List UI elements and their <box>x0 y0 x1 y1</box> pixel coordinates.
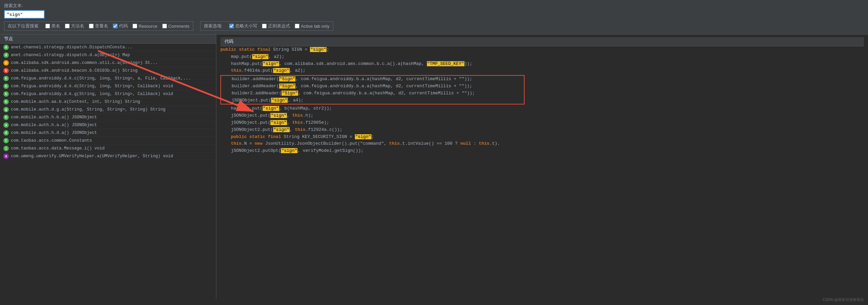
code-line: builder2.addHeader("Sign", com.feigua.an… <box>221 90 524 97</box>
opt-regex-label: 正则表达式 <box>268 23 290 29</box>
filter-row: 在以下位置搜索 类名 方法名 变量名 代码 <box>4 21 864 31</box>
node-item[interactable]: a com.mobile.auth.h.a.a() JSONObject <box>0 121 216 129</box>
code-line: jSONObject.put("sign", a4); <box>221 97 524 104</box>
code-line: jSONObject2.put("sign", this.f12924a.c()… <box>220 126 864 134</box>
node-text: com.feigua.androiddy.d.k.c(String, long,… <box>11 76 191 81</box>
node-item[interactable]: c com.alibaba.sdk.android.ams.common.uti… <box>0 59 216 67</box>
node-icon: d <box>3 130 9 136</box>
node-item[interactable]: C com.taobao.accs.common.Constants <box>0 137 216 145</box>
search-input[interactable] <box>4 10 45 19</box>
main-content: 节点 G anet.channel.strategy.dispatch.Disp… <box>0 34 868 299</box>
opt-regex-checkbox[interactable] <box>262 24 267 28</box>
code-line: this.f4614a.put("sign", a2); <box>220 67 864 74</box>
node-icon: G <box>3 45 9 50</box>
node-text: com.taobao.accs.common.Constants <box>11 138 92 143</box>
node-item[interactable]: b com.mobile.auth.aa.b.a(Context, int, S… <box>0 98 216 106</box>
node-text: com.mobile.auth.aa.b.a(Context, int, Str… <box>11 99 140 104</box>
code-line: public static final String SIGN = "sign"… <box>220 46 864 53</box>
node-text: com.alibaba.sdk.android.beacon.b.C0103b.… <box>11 68 138 73</box>
filter-class-label: 类名 <box>51 23 60 29</box>
filter-code[interactable]: 代码 <box>113 23 128 29</box>
node-item[interactable]: d anet.channel.strategy.dispatch.d.a(Obj… <box>0 51 216 59</box>
node-icon: b <box>3 115 9 120</box>
node-text: com.feigua.androiddy.d.k.d(String, long,… <box>11 84 173 89</box>
node-item[interactable]: k com.feigua.androiddy.d.k.d(String, lon… <box>0 83 216 90</box>
highlighted-code-block: builder.addHeader("Sign", com.feigua.and… <box>220 75 525 104</box>
node-text: com.mobile.auth.h.a.a() JSONObject <box>11 123 97 127</box>
filter-comments-label: Comments <box>168 24 190 29</box>
filter-code-label: 代码 <box>119 23 128 29</box>
node-text: com.feigua.androiddy.d.k.g(String, long,… <box>11 92 173 96</box>
filter-var[interactable]: 变量名 <box>89 23 108 29</box>
filter-comments-checkbox[interactable] <box>162 24 167 28</box>
opt-regex[interactable]: 正则表达式 <box>262 23 290 29</box>
filter-method[interactable]: 方法名 <box>65 23 84 29</box>
filter-var-checkbox[interactable] <box>89 24 94 28</box>
filter-section-label: 在以下位置搜索 <box>8 23 39 29</box>
node-text: com.mobile.auth.h.d.a() JSONObject <box>11 131 97 135</box>
node-icon: b <box>3 99 9 104</box>
node-text: com.mobile.auth.h.b.a() JSONObject <box>11 115 97 120</box>
node-icon: a <box>3 154 9 159</box>
nodes-panel-header: 节点 <box>0 34 216 44</box>
code-line: jSONObject.put("sign", this.f12905e); <box>220 119 864 126</box>
filter-method-label: 方法名 <box>71 23 84 29</box>
code-panel-header: 代码 <box>220 37 864 46</box>
node-item[interactable]: g com.mobile.auth.d.g.a(String, String, … <box>0 106 216 114</box>
nodes-panel: 节点 G anet.channel.strategy.dispatch.Disp… <box>0 34 216 299</box>
node-item[interactable]: k com.feigua.androiddy.d.k.g(String, lon… <box>0 90 216 98</box>
node-item[interactable]: a com.umeng.umverify.UMVerifyHelper.a(UM… <box>0 152 216 160</box>
node-item[interactable]: d com.mobile.auth.h.d.a() JSONObject <box>0 129 216 137</box>
search-panel: 搜索文本: 在以下位置搜索 类名 方法名 变量名 <box>0 0 868 34</box>
code-line: hashMap.put("sign", com.alibaba.sdk.andr… <box>220 61 864 68</box>
code-line: map.put("sign", a2); <box>220 53 864 61</box>
node-icon: g <box>3 107 9 112</box>
credit-text: CSDN @埃菲尔没有塔尖 <box>823 297 864 302</box>
opt-activetab[interactable]: Active tab only <box>295 24 330 29</box>
node-item[interactable]: i com.taobao.accs.data.Message.i() void <box>0 145 216 152</box>
filter-resource[interactable]: Resource <box>132 24 158 29</box>
node-text: anet.channel.strategy.dispatch.d.a(Objec… <box>11 53 130 57</box>
code-line: builder.addHeader("Sign", com.feigua.and… <box>221 83 524 90</box>
node-item[interactable]: b com.alibaba.sdk.android.beacon.b.C0103… <box>0 67 216 75</box>
filter-var-label: 变量名 <box>95 23 108 29</box>
search-label: 搜索文本: <box>4 3 864 9</box>
code-line: hashMap.put("sign", b(hashMap, str2)); <box>220 105 864 112</box>
node-text: com.taobao.accs.data.Message.i() void <box>11 146 105 151</box>
filter-resource-checkbox[interactable] <box>132 24 137 28</box>
code-line: public static final String KEY_SECURITY_… <box>220 134 864 141</box>
opt-ignorecase[interactable]: 忽略大小写 <box>229 23 257 29</box>
node-item[interactable]: b com.mobile.auth.h.b.a() JSONObject <box>0 114 216 121</box>
node-text: com.alibaba.sdk.android.ams.common.util.… <box>11 61 158 65</box>
node-item[interactable]: G anet.channel.strategy.dispatch.Dispatc… <box>0 44 216 51</box>
node-text: anet.channel.strategy.dispatch.DispatchC… <box>11 45 132 50</box>
node-icon: i <box>3 146 9 151</box>
options-section: 搜索选项: 忽略大小写 正则表达式 Active tab only <box>200 21 333 31</box>
node-icon: a <box>3 122 9 128</box>
code-line: this.N = new JsonUtility.JsonObjectBuild… <box>220 140 864 147</box>
opt-ignorecase-label: 忽略大小写 <box>235 23 257 29</box>
filter-section: 在以下位置搜索 类名 方法名 变量名 代码 <box>4 21 193 31</box>
filter-method-checkbox[interactable] <box>65 24 70 28</box>
filter-code-checkbox[interactable] <box>113 24 118 28</box>
node-icon: C <box>3 138 9 143</box>
node-item[interactable]: k com.feigua.androiddy.d.k.c(String, lon… <box>0 75 216 83</box>
opt-activetab-checkbox[interactable] <box>295 24 299 28</box>
code-line: jSONObject2.putOpt("sign", verifyModel.g… <box>220 147 864 155</box>
options-label: 搜索选项: <box>204 23 223 29</box>
node-icon: k <box>3 76 9 81</box>
node-icon: c <box>3 60 9 66</box>
filter-resource-label: Resource <box>139 24 158 29</box>
node-text: com.mobile.auth.d.g.a(String, String, St… <box>11 107 166 112</box>
node-icon: b <box>3 68 9 73</box>
node-icon: d <box>3 52 9 58</box>
filter-class[interactable]: 类名 <box>45 23 60 29</box>
filter-class-checkbox[interactable] <box>45 24 50 28</box>
node-text: com.umeng.umverify.UMVerifyHelper.a(UMVe… <box>11 154 173 159</box>
opt-activetab-label: Active tab only <box>301 24 330 29</box>
code-panel: 代码 public static final String SIGN = "si… <box>216 34 868 299</box>
node-icon: k <box>3 84 9 89</box>
code-line: builder.addHeader("Sign", com.feigua.and… <box>221 76 524 83</box>
opt-ignorecase-checkbox[interactable] <box>229 24 234 28</box>
filter-comments[interactable]: Comments <box>162 24 190 29</box>
